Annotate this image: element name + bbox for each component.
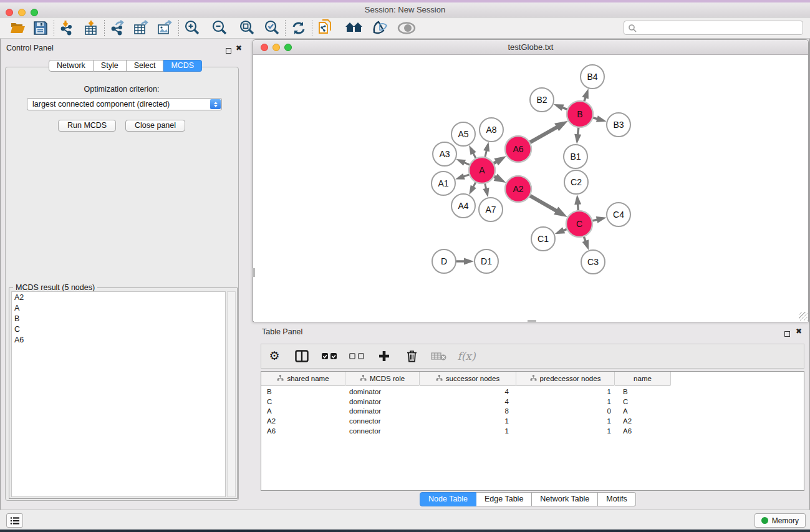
- show-hide-icon[interactable]: [397, 19, 416, 37]
- table-cell[interactable]: dominator: [345, 407, 420, 415]
- mcds-result-list[interactable]: A2ABCA6: [11, 291, 226, 497]
- export-table-icon[interactable]: [132, 19, 151, 37]
- table-cell[interactable]: 1: [516, 417, 615, 425]
- graph-node-A8[interactable]: A8: [480, 118, 503, 142]
- delete-column-icon[interactable]: [403, 348, 420, 364]
- search-field[interactable]: [624, 21, 803, 35]
- mcds-result-scrollbar[interactable]: [227, 291, 236, 497]
- graph-node-A1[interactable]: A1: [432, 172, 455, 195]
- column-header-successor-nodes[interactable]: successor nodes: [420, 372, 516, 385]
- tab-mcds[interactable]: MCDS: [163, 60, 202, 72]
- table-cell[interactable]: C: [261, 398, 345, 405]
- table-cell[interactable]: 4: [420, 388, 516, 395]
- table-row[interactable]: Adominator80A: [261, 407, 804, 417]
- column-header-MCDS-role[interactable]: MCDS role: [345, 372, 420, 385]
- table-cell[interactable]: B: [615, 388, 671, 395]
- home-icon[interactable]: [345, 19, 364, 37]
- network-close-button[interactable]: [261, 44, 268, 51]
- function-builder-icon[interactable]: f(x): [458, 348, 475, 364]
- deselect-all-icon[interactable]: [349, 348, 365, 364]
- table-panel-close-button[interactable]: ✖: [796, 327, 802, 335]
- tab-style[interactable]: Style: [94, 60, 127, 72]
- graph-node-B3[interactable]: B3: [607, 113, 630, 137]
- zoom-in-icon[interactable]: [183, 19, 201, 37]
- split-view-icon[interactable]: [294, 348, 310, 364]
- control-panel-float-button[interactable]: [226, 45, 231, 56]
- select-all-icon[interactable]: [321, 348, 337, 364]
- mcds-result-item[interactable]: B: [12, 313, 225, 324]
- graph-node-A6[interactable]: A6: [505, 136, 531, 162]
- network-window-titlebar[interactable]: testGlobe.txt: [253, 40, 808, 55]
- mcds-result-item[interactable]: A2: [12, 292, 225, 302]
- network-maximize-button[interactable]: [284, 44, 292, 51]
- tab-motifs[interactable]: Motifs: [598, 492, 635, 506]
- table-row[interactable]: Cdominator41C: [261, 397, 804, 407]
- table-cell[interactable]: A6: [261, 427, 345, 435]
- export-network-icon[interactable]: [108, 19, 127, 37]
- graph-node-C2[interactable]: C2: [564, 170, 588, 194]
- table-row[interactable]: A2connector11A2: [261, 416, 804, 426]
- import-network-icon[interactable]: [58, 19, 77, 37]
- graph-node-C3[interactable]: C3: [581, 250, 605, 274]
- tab-network-table[interactable]: Network Table: [532, 492, 598, 506]
- minimize-window-button[interactable]: [18, 9, 26, 16]
- table-cell[interactable]: 4: [420, 398, 516, 405]
- graph-node-A4[interactable]: A4: [451, 194, 475, 218]
- graph-node-A5[interactable]: A5: [451, 122, 475, 146]
- close-panel-button[interactable]: Close panel: [125, 120, 185, 132]
- graph-node-C1[interactable]: C1: [531, 227, 555, 251]
- graph-node-D1[interactable]: D1: [475, 249, 498, 273]
- table-cell[interactable]: dominator: [345, 388, 420, 395]
- graph-node-B4[interactable]: B4: [581, 65, 604, 89]
- graph-node-C[interactable]: C: [566, 211, 592, 237]
- table-cell[interactable]: A: [261, 407, 345, 415]
- column-header-predecessor-nodes[interactable]: predecessor nodes: [516, 372, 615, 385]
- table-cell[interactable]: A2: [261, 417, 345, 425]
- graph-node-A3[interactable]: A3: [433, 142, 456, 166]
- graph-node-A2[interactable]: A2: [505, 176, 531, 202]
- table-cell[interactable]: B: [261, 388, 345, 395]
- memory-button[interactable]: Memory: [755, 513, 806, 528]
- table-cell[interactable]: A: [615, 407, 671, 415]
- tab-edge-table[interactable]: Edge Table: [476, 492, 532, 506]
- table-cell[interactable]: dominator: [345, 398, 420, 405]
- column-header-shared-name[interactable]: shared name: [261, 372, 345, 385]
- graph-node-B[interactable]: B: [567, 101, 593, 127]
- delete-table-icon[interactable]: [431, 348, 447, 364]
- table-cell[interactable]: 0: [516, 407, 615, 415]
- open-session-icon[interactable]: [9, 19, 27, 37]
- gear-icon[interactable]: ⚙: [266, 348, 282, 364]
- graph-node-A7[interactable]: A7: [479, 198, 503, 221]
- table-panel-float-button[interactable]: [784, 328, 790, 339]
- splitter-handle-left[interactable]: [253, 268, 255, 277]
- tab-select[interactable]: Select: [127, 60, 164, 72]
- table-cell[interactable]: 8: [420, 407, 516, 415]
- graph-node-B2[interactable]: B2: [530, 88, 554, 112]
- graph-node-C4[interactable]: C4: [607, 203, 630, 226]
- network-canvas[interactable]: AA1A2A3A4A5A6A7A8BB1B2B3B4CC1C2C3C4DD1: [254, 56, 808, 322]
- table-cell[interactable]: connector: [345, 427, 420, 435]
- new-network-icon[interactable]: [316, 19, 335, 37]
- table-cell[interactable]: 1: [420, 427, 516, 435]
- resize-grip[interactable]: [799, 312, 808, 321]
- table-cell[interactable]: C: [615, 398, 671, 405]
- table-cell[interactable]: A6: [615, 427, 671, 435]
- control-panel-close-button[interactable]: ✖: [236, 44, 242, 52]
- save-session-icon[interactable]: [31, 19, 50, 37]
- splitter-handle-bottom[interactable]: [528, 320, 536, 322]
- column-header-name[interactable]: name: [615, 372, 671, 385]
- mcds-result-item[interactable]: C: [12, 324, 225, 334]
- network-minimize-button[interactable]: [272, 44, 280, 51]
- zoom-fit-icon[interactable]: [238, 19, 256, 37]
- close-window-button[interactable]: [6, 9, 13, 16]
- table-row[interactable]: A6connector11A6: [261, 426, 804, 436]
- table-cell[interactable]: 1: [516, 398, 615, 405]
- table-cell[interactable]: 1: [516, 427, 615, 435]
- export-image-icon[interactable]: [156, 19, 175, 37]
- maximize-window-button[interactable]: [31, 9, 38, 16]
- table-cell[interactable]: connector: [345, 417, 420, 425]
- graph-node-B1[interactable]: B1: [564, 145, 587, 168]
- annotation-pen-icon[interactable]: [371, 19, 390, 37]
- graph-node-A[interactable]: A: [469, 157, 495, 183]
- zoom-out-icon[interactable]: [210, 19, 229, 37]
